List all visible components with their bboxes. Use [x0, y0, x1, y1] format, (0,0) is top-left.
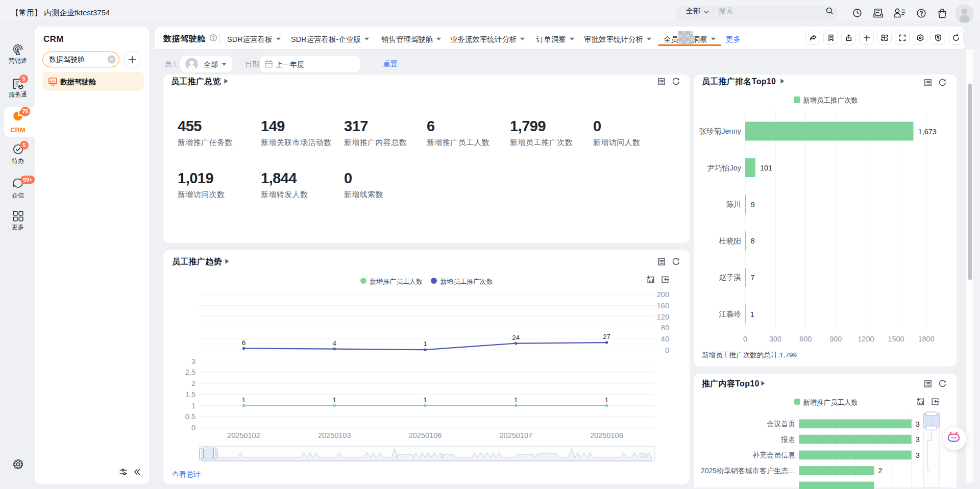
svg-text:1500: 1500 — [888, 335, 904, 343]
svg-text:张珍菊Jenny: 张珍菊Jenny — [699, 127, 742, 135]
svg-text:2: 2 — [878, 467, 882, 475]
svg-text:1: 1 — [750, 310, 754, 319]
svg-text:报名: 报名 — [780, 435, 795, 444]
svg-text:尹巧怡Joy: 尹巧怡Joy — [707, 164, 742, 172]
svg-text:3: 3 — [916, 420, 920, 428]
svg-text:会议首页: 会议首页 — [767, 420, 795, 428]
svg-text:杜晓阳: 杜晓阳 — [719, 237, 742, 245]
svg-text:2025纷享销客城市客户生态…: 2025纷享销客城市客户生态… — [701, 467, 795, 475]
svg-text:0: 0 — [743, 335, 747, 343]
svg-text:陈川: 陈川 — [726, 200, 741, 208]
svg-text:赵子淇: 赵子淇 — [719, 273, 742, 281]
svg-text:8: 8 — [751, 237, 755, 245]
svg-text:1800: 1800 — [918, 335, 934, 343]
svg-text:补充会员信息: 补充会员信息 — [752, 451, 796, 459]
svg-text:600: 600 — [799, 335, 812, 343]
svg-text:3: 3 — [916, 435, 920, 444]
svg-text:7: 7 — [750, 274, 754, 282]
svg-text:1,673: 1,673 — [918, 128, 937, 136]
svg-text:江淼玲: 江淼玲 — [719, 310, 742, 318]
svg-text:300: 300 — [769, 335, 781, 343]
svg-text:3: 3 — [916, 451, 920, 459]
svg-text:900: 900 — [829, 335, 842, 343]
svg-text:1200: 1200 — [857, 335, 874, 343]
svg-text:101: 101 — [760, 164, 772, 172]
svg-text:9: 9 — [751, 201, 755, 209]
